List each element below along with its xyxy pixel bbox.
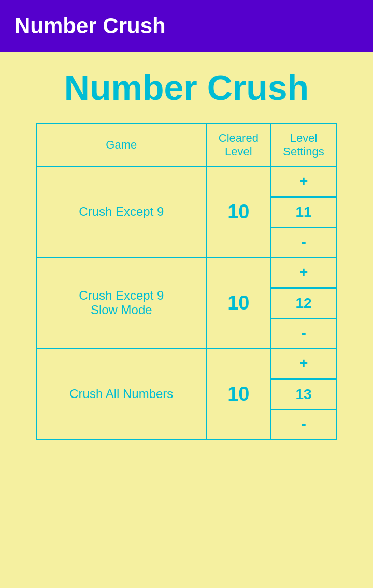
top-bar: Number Crush (0, 0, 373, 52)
page-title: Number Crush (64, 67, 309, 108)
cleared-level-cell: 10 (206, 166, 271, 257)
table-row: Crush Except 9 Slow Mode10+12- (37, 257, 336, 348)
level-settings-cell: +11- (271, 166, 336, 257)
decrease-level-button[interactable]: - (271, 319, 336, 348)
header-game: Game (37, 124, 206, 166)
increase-level-button[interactable]: + (271, 258, 336, 288)
decrease-level-button[interactable]: - (271, 410, 336, 439)
main-content: Number Crush Game Cleared Level Level Se… (0, 52, 373, 588)
level-settings-cell: +13- (271, 348, 336, 439)
top-bar-title: Number Crush (15, 13, 166, 38)
game-name-cell: Crush All Numbers (37, 348, 206, 439)
level-value: 13 (271, 379, 336, 410)
cleared-level-cell: 10 (206, 348, 271, 439)
game-name-cell: Crush Except 9 Slow Mode (37, 257, 206, 348)
header-level-settings: Level Settings (271, 124, 336, 166)
table-row: Crush All Numbers10+13- (37, 348, 336, 439)
game-name-cell: Crush Except 9 (37, 166, 206, 257)
increase-level-button[interactable]: + (271, 167, 336, 197)
decrease-level-button[interactable]: - (271, 228, 336, 257)
level-value: 12 (271, 288, 336, 319)
level-value: 11 (271, 197, 336, 228)
cleared-level-cell: 10 (206, 257, 271, 348)
increase-level-button[interactable]: + (271, 349, 336, 379)
table-header-row: Game Cleared Level Level Settings (37, 124, 336, 166)
table-row: Crush Except 910+11- (37, 166, 336, 257)
level-settings-cell: +12- (271, 257, 336, 348)
header-cleared-level: Cleared Level (206, 124, 271, 166)
game-table: Game Cleared Level Level Settings Crush … (36, 123, 337, 440)
